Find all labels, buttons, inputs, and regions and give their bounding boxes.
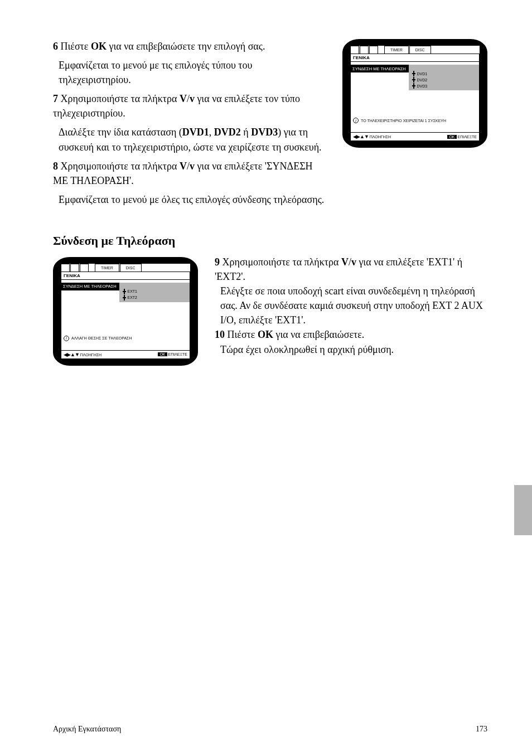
nav-arrows-icon: ◀▶▲▼ <box>353 134 369 139</box>
tab <box>360 46 369 54</box>
page-footer: Αρχική Εγκατάσταση 173 <box>53 725 487 734</box>
step-num: 9 <box>215 256 223 268</box>
page-number: 173 <box>476 725 487 734</box>
section-heading: Σύνδεση με Τηλεόραση <box>53 234 487 248</box>
step-num: 6 <box>53 41 61 52</box>
tab-disc: DISC <box>409 46 431 54</box>
info-icon: i <box>353 118 359 123</box>
options-panel: x EXT1 EXT2 <box>119 283 190 302</box>
instruction-block-2: 9 Χρησιμοποιήστε τα πλήκτρα V/v για να ε… <box>215 255 487 357</box>
info-icon: i <box>64 336 69 341</box>
tab-timer: TIMER <box>95 264 119 272</box>
step-num: 7 <box>53 93 61 104</box>
footer-title: Αρχική Εγκατάσταση <box>53 725 121 734</box>
check-icon <box>412 71 415 76</box>
tv-screen-figure-2: TIMER DISC ΓΕΝΙΚΑ ΣΥΝΔΕΣΗ ΜΕ ΤΗΛΕΟΡΑΣΗ x… <box>53 257 198 366</box>
instruction-block-1: 6 Πιέστε OK για να επιβεβαιώσετε την επι… <box>53 39 326 211</box>
tv-screen-figure-1: TIMER DISC ΓΕΝΙΚΑ ΣΥΝΔΕΣΗ ΜΕ ΤΗΛΕΟΡΑΣΗ x… <box>342 39 487 211</box>
check-icon <box>412 83 415 89</box>
ok-button: OK <box>158 352 167 356</box>
nav-arrows-icon: ◀▶▲▼ <box>64 352 79 357</box>
menu-title: ΓΕΝΙΚΑ <box>61 272 190 280</box>
ok-button: OK <box>447 135 456 139</box>
options-panel: x DVD1 DVD2 DVD3 <box>409 65 480 90</box>
tab-disc: DISC <box>120 264 142 272</box>
menu-title: ΓΕΝΙΚΑ <box>350 54 480 62</box>
tab <box>80 264 89 272</box>
tab <box>61 264 70 272</box>
tab <box>70 264 79 272</box>
step-num: 10 <box>215 329 228 340</box>
check-icon <box>123 295 126 301</box>
check-icon <box>123 289 126 294</box>
tab <box>350 46 359 54</box>
tab <box>369 46 378 54</box>
tab-timer: TIMER <box>384 46 409 54</box>
check-icon <box>412 77 415 83</box>
sidebar-tab <box>514 485 532 535</box>
step-num: 8 <box>53 161 61 172</box>
